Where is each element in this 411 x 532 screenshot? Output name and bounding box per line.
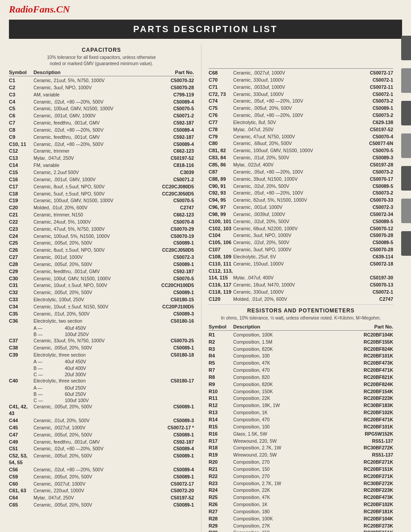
row-part: C662-123: [149, 212, 194, 218]
row-desc: Composition, 1.5M: [233, 339, 348, 345]
row-symbol: C35: [9, 311, 34, 317]
row-symbol: C98, 99: [209, 211, 233, 218]
th-symbol-res: Symbol: [209, 324, 233, 329]
row-part: RC20BF473K: [348, 494, 393, 500]
side-tab-7[interactable]: [401, 231, 411, 256]
row-desc: Ceramic, 47uuf, 5%, N750, 1000V: [34, 226, 149, 232]
side-tab-4[interactable]: [401, 133, 411, 158]
table-row: R10Composition, 150KRC20BF154K: [209, 388, 393, 395]
page: RadioFans.CN PARTS DESCRIPTION LIST CAPA…: [0, 0, 411, 532]
row-symbol: C105, 106: [209, 239, 233, 246]
row-desc: Composition, 820K: [233, 346, 348, 352]
row-symbol: C96, 97: [209, 204, 233, 211]
table-row: C120Molded, .01uf, 20%, 600VC2747: [209, 296, 393, 303]
side-tab-6[interactable]: [401, 199, 411, 223]
row-symbol: C49: [9, 439, 34, 445]
row-part: RC20BF104K: [348, 332, 393, 338]
table-row: C75Ceramic, .005uf, 20%, 500VC50089-1: [209, 105, 393, 112]
table-row: C35Ceramic, .01uf, 20%, 500VC50089-3: [9, 311, 194, 317]
row-part: C50072-17 *: [149, 424, 194, 431]
row-part: C50089-4: [149, 466, 194, 473]
row-symbol: C16: [9, 176, 34, 183]
table-row: C74Ceramic, .05uf, +80 —20%, 100VC50073-…: [209, 98, 393, 104]
table-row: C44Ceramic, .01uf, 20%, 500VC50089-3: [9, 417, 194, 424]
row-part: C50072-1: [348, 91, 393, 97]
row-symbol: C87: [209, 169, 233, 175]
table-row: C17Ceramic, 8uuf, ±.5uuf, NPO, 500VCC20C…: [9, 183, 194, 190]
row-symbol: R27: [209, 508, 233, 515]
row-desc: Ceramic, 100uuf, GMV, N1500, 1000V: [34, 197, 149, 204]
table-row: R19Wirewound, 220, 5WRS51-137: [209, 452, 393, 458]
row-desc: Ceramic, 220uuf, 1000V: [34, 487, 149, 494]
table-row: C107Ceramic, 3uuf, NPO, 1000VC50070-28: [209, 246, 393, 253]
table-row: C32Ceramic, .005uf, 20%, 500VC50089-1: [9, 289, 194, 296]
row-part: CC20CJ080D5: [149, 183, 194, 190]
table-row: C60Ceramic, .0027uf, 1000VC50072-17: [9, 481, 194, 487]
row-desc: Composition, 150: [233, 529, 348, 532]
row-symbol: C3: [9, 91, 34, 98]
row-part: C50072-17: [149, 481, 194, 487]
row-symbol: C90, 91: [209, 183, 233, 190]
row-symbol: C29: [9, 268, 34, 275]
row-desc: Composition, 1K: [233, 501, 348, 507]
row-symbol: C112, 113,: [209, 268, 233, 274]
table-row: C80Ceramic, .68uuf, 20%, 500VC50077-6N: [209, 140, 393, 147]
row-part: C50070-13: [348, 282, 393, 288]
table-row: C51Ceramic, .02uf, +80 —20%, 500VC50089-…: [9, 445, 194, 452]
row-symbol: C81, 82: [209, 147, 233, 154]
row-desc: Composition, 47K: [233, 360, 348, 366]
row-symbol: C24: [9, 233, 34, 240]
th-part-res: Part No.: [348, 324, 393, 329]
table-row: R3Composition, 820KRC20BF824K: [209, 346, 393, 353]
row-symbol: R9: [209, 381, 233, 388]
table-row: C19Ceramic, 100uuf, GMV, N1500, 1000VC50…: [9, 197, 194, 204]
row-desc: Ceramic, 3uuf, NPO, 1000V: [233, 246, 348, 253]
table-row: R26Composition, 1KRC20BF102K: [209, 501, 393, 508]
row-symbol: 114, 115: [209, 274, 233, 281]
row-part: RC20BF824K: [348, 346, 393, 352]
row-part: C50071-2: [149, 176, 194, 183]
resistors-title: RESISTORS AND POTENTIOMETERS: [209, 308, 393, 314]
side-tab-5[interactable]: [401, 166, 411, 191]
table-row: C64Mylar, .047uf, 250VC50197-52: [9, 495, 194, 501]
row-desc: Ceramic, 68uuf, N2200, 1000V: [233, 225, 348, 232]
row-desc: Electrolytic, 100uf, 250V: [34, 296, 149, 303]
row-symbol: C102, 103: [209, 225, 233, 232]
section-divider: [209, 304, 393, 305]
row-desc: Ceramic, .05uf, +80 —20%, 100V: [233, 169, 348, 175]
table-row: C110, 111Ceramic, 150uuf, 1000VC50072-18: [209, 261, 393, 267]
row-part: C3039: [149, 169, 194, 175]
site-logo[interactable]: RadioFans.CN: [9, 4, 402, 15]
side-tab-2[interactable]: [401, 68, 411, 93]
row-part: C50089-5: [348, 183, 393, 189]
row-symbol: C71: [209, 84, 233, 91]
row-symbol: R19: [209, 452, 233, 458]
table-row: C77Electrolytic, 8uf, 50VC629-138: [209, 119, 393, 126]
th-part-left: Part No.: [149, 70, 194, 75]
row-part: C50070-28: [348, 246, 393, 253]
side-tab-3[interactable]: [401, 101, 411, 125]
table-row: C92, 93Ceramic, .05uf, +80 —20%, 100VC50…: [209, 190, 393, 196]
row-part: RC20BF104K: [348, 515, 393, 522]
row-symbol: C19: [9, 197, 34, 204]
sub-row: B —60uf 250V: [34, 391, 194, 397]
res-table-header: Symbol Description Part No.: [209, 324, 393, 331]
row-symbol: C107: [209, 246, 233, 253]
table-row: C56Ceramic, .02uf, +80 —20%, 500VC50089-…: [9, 466, 194, 473]
cap-right-table: C68Ceramic, .0027uf, 1000VC50072-17C70Ce…: [209, 70, 393, 303]
row-symbol: C41, 42, 43: [9, 403, 34, 417]
row-part: CC20PJ100D5: [149, 303, 194, 310]
table-row: R5Composition, 47KRC20BF473K: [209, 360, 393, 366]
row-symbol: R25: [209, 494, 233, 501]
table-row: C68Ceramic, .0027uf, 1000VC50072-17: [209, 70, 393, 76]
row-desc: Ceramic, 47uuf, N750, 1000V: [233, 133, 348, 140]
row-symbol: C76: [209, 112, 233, 119]
side-tab-1[interactable]: [401, 36, 411, 60]
row-part: C629-138: [348, 119, 393, 125]
row-symbol: C30: [9, 275, 34, 282]
table-row: C26Ceramic, 8uuf, ±.5uuf, NPO, 500VCC20C…: [9, 247, 194, 254]
row-part: RC20BF151K: [348, 529, 393, 532]
row-symbol: C40: [9, 378, 34, 384]
row-desc: Composition, 180: [233, 508, 348, 515]
table-row: C22Ceramic, 24uuf, 5%, 1000VC50070-8: [9, 219, 194, 225]
